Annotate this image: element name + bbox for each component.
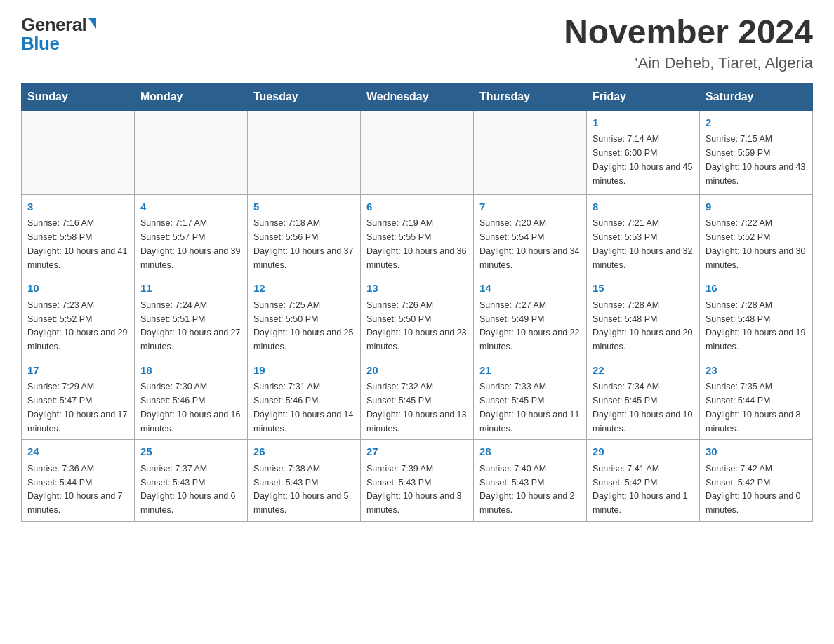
weekday-header-row: Sunday Monday Tuesday Wednesday Thursday… bbox=[22, 83, 813, 110]
header-saturday: Saturday bbox=[700, 83, 813, 110]
day-cell: 8Sunrise: 7:21 AM Sunset: 5:53 PM Daylig… bbox=[587, 194, 700, 276]
day-info: Sunrise: 7:34 AM Sunset: 5:45 PM Dayligh… bbox=[593, 382, 692, 433]
day-cell bbox=[248, 110, 361, 194]
day-cell: 22Sunrise: 7:34 AM Sunset: 5:45 PM Dayli… bbox=[587, 358, 700, 440]
day-cell bbox=[22, 110, 135, 194]
day-number: 23 bbox=[706, 363, 807, 379]
day-info: Sunrise: 7:22 AM Sunset: 5:52 PM Dayligh… bbox=[706, 218, 805, 269]
day-info: Sunrise: 7:18 AM Sunset: 5:56 PM Dayligh… bbox=[253, 218, 353, 269]
day-number: 29 bbox=[593, 444, 694, 460]
day-cell: 28Sunrise: 7:40 AM Sunset: 5:43 PM Dayli… bbox=[474, 440, 587, 522]
day-cell bbox=[135, 110, 248, 194]
header-sunday: Sunday bbox=[22, 83, 135, 110]
day-cell: 13Sunrise: 7:26 AM Sunset: 5:50 PM Dayli… bbox=[361, 276, 474, 358]
day-info: Sunrise: 7:38 AM Sunset: 5:43 PM Dayligh… bbox=[253, 464, 349, 515]
day-number: 15 bbox=[593, 281, 694, 297]
day-number: 20 bbox=[366, 363, 468, 379]
day-cell: 1Sunrise: 7:14 AM Sunset: 6:00 PM Daylig… bbox=[587, 110, 700, 194]
day-info: Sunrise: 7:31 AM Sunset: 5:46 PM Dayligh… bbox=[253, 382, 353, 433]
day-cell: 20Sunrise: 7:32 AM Sunset: 5:45 PM Dayli… bbox=[361, 358, 474, 440]
header-tuesday: Tuesday bbox=[248, 83, 361, 110]
day-number: 18 bbox=[140, 363, 241, 379]
week-row-1: 1Sunrise: 7:14 AM Sunset: 6:00 PM Daylig… bbox=[22, 110, 813, 194]
day-info: Sunrise: 7:28 AM Sunset: 5:48 PM Dayligh… bbox=[706, 300, 805, 351]
day-info: Sunrise: 7:29 AM Sunset: 5:47 PM Dayligh… bbox=[27, 382, 127, 433]
day-info: Sunrise: 7:15 AM Sunset: 5:59 PM Dayligh… bbox=[706, 134, 805, 185]
day-cell: 2Sunrise: 7:15 AM Sunset: 5:59 PM Daylig… bbox=[700, 110, 813, 194]
day-number: 4 bbox=[140, 199, 241, 215]
day-cell: 9Sunrise: 7:22 AM Sunset: 5:52 PM Daylig… bbox=[700, 194, 813, 276]
day-cell: 18Sunrise: 7:30 AM Sunset: 5:46 PM Dayli… bbox=[135, 358, 248, 440]
day-info: Sunrise: 7:26 AM Sunset: 5:50 PM Dayligh… bbox=[366, 300, 466, 351]
day-number: 24 bbox=[27, 444, 128, 460]
day-number: 21 bbox=[479, 363, 581, 379]
day-info: Sunrise: 7:30 AM Sunset: 5:46 PM Dayligh… bbox=[140, 382, 240, 433]
day-cell: 14Sunrise: 7:27 AM Sunset: 5:49 PM Dayli… bbox=[474, 276, 587, 358]
day-cell: 30Sunrise: 7:42 AM Sunset: 5:42 PM Dayli… bbox=[700, 440, 813, 522]
week-row-5: 24Sunrise: 7:36 AM Sunset: 5:44 PM Dayli… bbox=[22, 440, 813, 522]
day-cell: 27Sunrise: 7:39 AM Sunset: 5:43 PM Dayli… bbox=[361, 440, 474, 522]
week-row-4: 17Sunrise: 7:29 AM Sunset: 5:47 PM Dayli… bbox=[22, 358, 813, 440]
day-number: 16 bbox=[706, 281, 807, 297]
day-number: 28 bbox=[479, 444, 581, 460]
day-number: 19 bbox=[253, 363, 355, 379]
day-info: Sunrise: 7:42 AM Sunset: 5:42 PM Dayligh… bbox=[706, 464, 801, 515]
logo-triangle-icon bbox=[88, 18, 96, 29]
calendar-body: 1Sunrise: 7:14 AM Sunset: 6:00 PM Daylig… bbox=[22, 110, 813, 521]
day-info: Sunrise: 7:23 AM Sunset: 5:52 PM Dayligh… bbox=[27, 300, 127, 351]
day-info: Sunrise: 7:25 AM Sunset: 5:50 PM Dayligh… bbox=[253, 300, 353, 351]
header-thursday: Thursday bbox=[474, 83, 587, 110]
day-cell: 29Sunrise: 7:41 AM Sunset: 5:42 PM Dayli… bbox=[587, 440, 700, 522]
day-info: Sunrise: 7:14 AM Sunset: 6:00 PM Dayligh… bbox=[593, 134, 692, 185]
calendar-table: Sunday Monday Tuesday Wednesday Thursday… bbox=[21, 83, 813, 522]
logo-blue-text: Blue bbox=[21, 33, 59, 55]
day-info: Sunrise: 7:40 AM Sunset: 5:43 PM Dayligh… bbox=[479, 464, 575, 515]
day-number: 2 bbox=[706, 115, 807, 131]
day-info: Sunrise: 7:36 AM Sunset: 5:44 PM Dayligh… bbox=[27, 464, 123, 515]
day-cell: 10Sunrise: 7:23 AM Sunset: 5:52 PM Dayli… bbox=[22, 276, 135, 358]
day-info: Sunrise: 7:28 AM Sunset: 5:48 PM Dayligh… bbox=[593, 300, 692, 351]
calendar-header: Sunday Monday Tuesday Wednesday Thursday… bbox=[22, 83, 813, 110]
header-wednesday: Wednesday bbox=[361, 83, 474, 110]
day-info: Sunrise: 7:32 AM Sunset: 5:45 PM Dayligh… bbox=[366, 382, 466, 433]
day-cell: 24Sunrise: 7:36 AM Sunset: 5:44 PM Dayli… bbox=[22, 440, 135, 522]
day-info: Sunrise: 7:20 AM Sunset: 5:54 PM Dayligh… bbox=[479, 218, 579, 269]
day-info: Sunrise: 7:21 AM Sunset: 5:53 PM Dayligh… bbox=[593, 218, 692, 269]
day-number: 13 bbox=[366, 281, 468, 297]
day-cell: 19Sunrise: 7:31 AM Sunset: 5:46 PM Dayli… bbox=[248, 358, 361, 440]
day-number: 22 bbox=[593, 363, 694, 379]
day-number: 17 bbox=[27, 363, 128, 379]
week-row-3: 10Sunrise: 7:23 AM Sunset: 5:52 PM Dayli… bbox=[22, 276, 813, 358]
day-cell: 12Sunrise: 7:25 AM Sunset: 5:50 PM Dayli… bbox=[248, 276, 361, 358]
day-number: 27 bbox=[366, 444, 468, 460]
day-number: 26 bbox=[253, 444, 355, 460]
day-number: 5 bbox=[253, 199, 355, 215]
day-info: Sunrise: 7:39 AM Sunset: 5:43 PM Dayligh… bbox=[366, 464, 462, 515]
page-header: General Blue November 2024 'Ain Deheb, T… bbox=[21, 14, 813, 72]
day-cell: 15Sunrise: 7:28 AM Sunset: 5:48 PM Dayli… bbox=[587, 276, 700, 358]
page-subtitle: 'Ain Deheb, Tiaret, Algeria bbox=[564, 54, 813, 72]
week-row-2: 3Sunrise: 7:16 AM Sunset: 5:58 PM Daylig… bbox=[22, 194, 813, 276]
day-cell bbox=[474, 110, 587, 194]
day-info: Sunrise: 7:16 AM Sunset: 5:58 PM Dayligh… bbox=[27, 218, 127, 269]
day-cell: 3Sunrise: 7:16 AM Sunset: 5:58 PM Daylig… bbox=[22, 194, 135, 276]
day-cell: 11Sunrise: 7:24 AM Sunset: 5:51 PM Dayli… bbox=[135, 276, 248, 358]
day-cell: 26Sunrise: 7:38 AM Sunset: 5:43 PM Dayli… bbox=[248, 440, 361, 522]
day-number: 7 bbox=[479, 199, 581, 215]
day-info: Sunrise: 7:24 AM Sunset: 5:51 PM Dayligh… bbox=[140, 300, 240, 351]
day-number: 14 bbox=[479, 281, 581, 297]
day-cell: 25Sunrise: 7:37 AM Sunset: 5:43 PM Dayli… bbox=[135, 440, 248, 522]
day-cell: 6Sunrise: 7:19 AM Sunset: 5:55 PM Daylig… bbox=[361, 194, 474, 276]
day-info: Sunrise: 7:27 AM Sunset: 5:49 PM Dayligh… bbox=[479, 300, 579, 351]
day-info: Sunrise: 7:41 AM Sunset: 5:42 PM Dayligh… bbox=[593, 464, 688, 515]
day-info: Sunrise: 7:37 AM Sunset: 5:43 PM Dayligh… bbox=[140, 464, 236, 515]
day-cell: 16Sunrise: 7:28 AM Sunset: 5:48 PM Dayli… bbox=[700, 276, 813, 358]
day-number: 11 bbox=[140, 281, 241, 297]
logo: General Blue bbox=[21, 14, 96, 55]
day-info: Sunrise: 7:33 AM Sunset: 5:45 PM Dayligh… bbox=[479, 382, 579, 433]
header-monday: Monday bbox=[135, 83, 248, 110]
day-number: 3 bbox=[27, 199, 128, 215]
day-cell: 4Sunrise: 7:17 AM Sunset: 5:57 PM Daylig… bbox=[135, 194, 248, 276]
day-number: 10 bbox=[27, 281, 128, 297]
day-number: 8 bbox=[593, 199, 694, 215]
